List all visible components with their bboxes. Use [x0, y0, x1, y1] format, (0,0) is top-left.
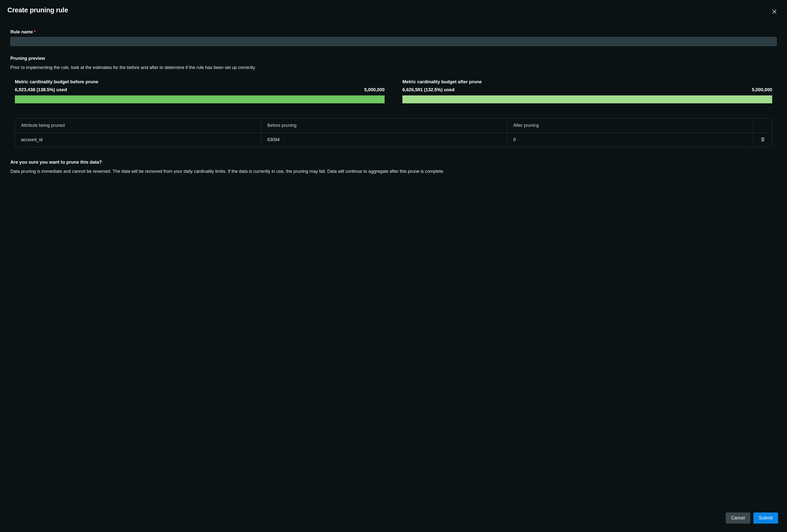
budget-before-bar — [15, 95, 385, 103]
submit-button[interactable]: Submit — [753, 512, 778, 524]
budget-before-card: Metric cardinality budget before prune 6… — [15, 79, 385, 103]
cell-before: 63094 — [261, 133, 507, 147]
col-actions — [753, 118, 772, 133]
modal-header: Create pruning rule — [7, 6, 780, 17]
cell-attribute: account_id — [15, 133, 261, 147]
pruning-preview-description: Prior to implementing the rule, look at … — [10, 65, 777, 71]
modal-title: Create pruning rule — [7, 6, 68, 14]
col-before: Before pruning — [261, 118, 507, 133]
cell-actions — [753, 133, 772, 147]
col-after: After pruning — [507, 118, 753, 133]
confirmation-body: Data pruning is immediate and cannot be … — [10, 168, 777, 174]
budget-after-limit: 5,000,000 — [752, 87, 772, 92]
confirmation-heading: Are you sure you want to prune this data… — [10, 159, 777, 165]
budget-after-bar — [402, 95, 772, 103]
budget-after-title: Metric cardinality budget after prune — [402, 79, 772, 85]
budget-cards: Metric cardinality budget before prune 6… — [15, 79, 772, 103]
cell-after: 0 — [507, 133, 753, 147]
create-pruning-rule-modal: Create pruning rule Rule name * Pruning … — [0, 0, 787, 532]
close-button[interactable] — [770, 7, 779, 17]
rule-name-label-text: Rule name — [10, 29, 33, 35]
delete-row-button[interactable] — [753, 133, 772, 147]
budget-before-used: 6,923,438 (138.5%) used — [15, 87, 67, 92]
rule-name-field: Rule name * — [10, 29, 777, 46]
budget-before-title: Metric cardinality budget before prune — [15, 79, 385, 85]
budget-after-used: 6,626,591 (132.5%) used — [402, 87, 454, 92]
budget-before-limit: 5,000,000 — [364, 87, 385, 92]
rule-name-label: Rule name * — [10, 29, 777, 35]
budget-after-values: 6,626,591 (132.5%) used 5,000,000 — [402, 87, 772, 92]
confirmation-section: Are you sure you want to prune this data… — [10, 159, 777, 174]
table-row: account_id 63094 0 — [15, 133, 772, 147]
trash-icon — [760, 137, 765, 143]
budget-before-values: 6,923,438 (138.5%) used 5,000,000 — [15, 87, 385, 92]
budget-after-card: Metric cardinality budget after prune 6,… — [402, 79, 772, 103]
attribute-table-header: Attribute being pruned Before pruning Af… — [15, 118, 772, 133]
attribute-table: Attribute being pruned Before pruning Af… — [15, 118, 772, 147]
modal-footer: Cancel Submit — [7, 512, 780, 525]
required-indicator: * — [34, 29, 36, 35]
close-icon — [772, 9, 777, 15]
pruning-preview-section: Pruning preview Prior to implementing th… — [10, 56, 777, 71]
cancel-button[interactable]: Cancel — [726, 512, 750, 524]
col-attribute: Attribute being pruned — [15, 118, 261, 133]
rule-name-input[interactable] — [10, 37, 777, 46]
pruning-preview-heading: Pruning preview — [10, 56, 777, 61]
